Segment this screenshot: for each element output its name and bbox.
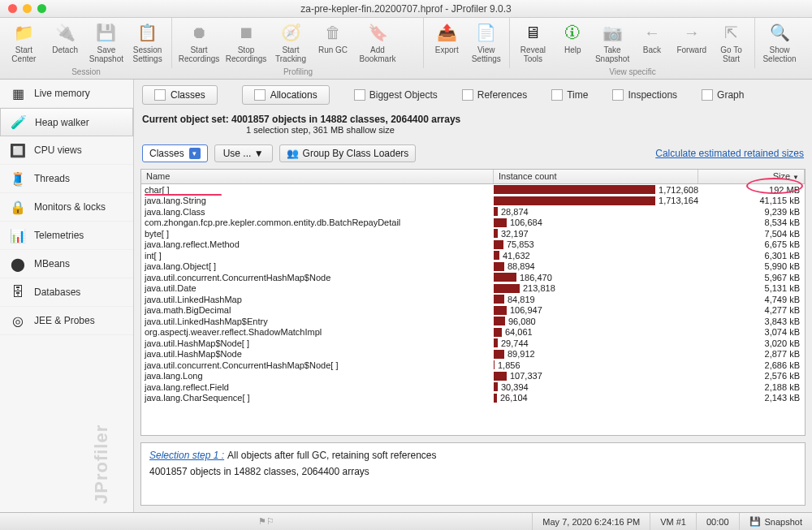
cell-name: java.util.concurrent.ConcurrentHashMap$N… xyxy=(141,360,494,370)
table-row[interactable]: java.lang.CharSequence[ ]26,1042,143 kB xyxy=(141,393,805,404)
allocations-icon xyxy=(254,89,266,101)
group-label: View specific xyxy=(510,67,755,79)
forward-button[interactable]: →Forward xyxy=(672,18,711,68)
tab-allocations[interactable]: Allocations xyxy=(242,85,330,105)
table-row[interactable]: java.lang.Object[ ]88,8945,990 kB xyxy=(141,261,805,273)
tab-references[interactable]: References xyxy=(462,89,527,101)
sidebar-item-mbeans[interactable]: ⬤MBeans xyxy=(0,250,133,278)
tab-graph[interactable]: Graph xyxy=(702,89,744,101)
cell-name: java.util.Date xyxy=(141,283,494,293)
cell-name: java.lang.reflect.Method xyxy=(141,239,494,249)
table-row[interactable]: java.lang.String1,713,16441,115 kB xyxy=(141,196,805,207)
goto-start-button[interactable]: ⇱Go ToStart xyxy=(711,18,751,68)
sidebar-item-monitors-locks[interactable]: 🔒Monitors & locks xyxy=(0,193,133,222)
cell-count: 96,080 xyxy=(494,317,698,326)
table-row[interactable]: java.util.concurrent.ConcurrentHashMap$N… xyxy=(141,360,805,371)
flag-icon[interactable]: ⚑⚐ xyxy=(258,516,274,527)
sidebar-item-label: Databases xyxy=(34,287,80,298)
table-row[interactable]: int[ ]41,6326,301 kB xyxy=(141,250,805,261)
reveal-tools-button[interactable]: 🖥RevealTools xyxy=(513,18,553,68)
start-center-button[interactable]: 📁StartCenter xyxy=(3,18,45,68)
sidebar-item-cpu-views[interactable]: 🔲CPU views xyxy=(0,136,133,165)
table-row[interactable]: byte[ ]32,1977,504 kB xyxy=(141,228,805,239)
cell-size: 2,576 kB xyxy=(698,371,805,381)
table-row[interactable]: java.math.BigDecimal106,9474,277 kB xyxy=(141,305,805,317)
selection-step-link[interactable]: Selection step 1 : xyxy=(149,450,224,461)
stop-recordings-button[interactable]: ⏹StopRecordings xyxy=(222,18,270,68)
camera-icon: 📷 xyxy=(601,21,624,44)
show-selection-button[interactable]: 🔍ShowSelection xyxy=(758,18,801,68)
sidebar-item-databases[interactable]: 🗄Databases xyxy=(0,278,133,307)
table-row[interactable]: java.lang.reflect.Method75,8536,675 kB xyxy=(141,239,805,251)
cell-name: java.lang.String xyxy=(141,196,494,205)
cell-name: java.math.BigDecimal xyxy=(141,305,494,315)
table-row[interactable]: java.util.HashMap$Node[ ]29,7443,020 kB xyxy=(141,338,805,349)
table-row[interactable]: java.util.LinkedHashMap84,8194,749 kB xyxy=(141,294,805,305)
sidebar-item-live-memory[interactable]: ▦Live memory xyxy=(0,80,133,108)
cell-count: 84,819 xyxy=(494,295,698,304)
back-button[interactable]: ←Back xyxy=(632,18,672,68)
view-settings-button[interactable]: 📄ViewSettings xyxy=(467,18,507,68)
back-icon: ← xyxy=(641,21,663,44)
add-bookmark-button[interactable]: 🔖AddBookmark xyxy=(354,18,401,68)
table-row[interactable]: java.lang.Class28,8749,239 kB xyxy=(141,206,805,218)
vial-icon: 🧪 xyxy=(11,114,27,131)
sidebar-item-label: Live memory xyxy=(34,88,90,99)
sidebar-item-label: MBeans xyxy=(34,258,70,269)
use-menu-button[interactable]: Use ... ▼ xyxy=(214,144,273,162)
table-row[interactable]: java.util.Date213,8185,131 kB xyxy=(141,283,805,295)
help-button[interactable]: 🛈Help xyxy=(553,18,593,68)
view-settings-icon: 📄 xyxy=(475,21,498,44)
tab-biggest-objects[interactable]: Biggest Objects xyxy=(354,89,438,101)
session-settings-button[interactable]: 📋SessionSettings xyxy=(127,18,168,68)
table-row[interactable]: java.lang.reflect.Field30,3942,188 kB xyxy=(141,381,805,393)
content-area: Classes Allocations Biggest Objects Refe… xyxy=(134,80,812,512)
cell-name: java.util.LinkedHashMap xyxy=(141,295,494,304)
cell-size: 8,534 kB xyxy=(698,218,805,227)
cell-size: 3,020 kB xyxy=(698,338,805,348)
table-row[interactable]: java.util.concurrent.ConcurrentHashMap$N… xyxy=(141,272,805,283)
col-header-count[interactable]: Instance count xyxy=(494,170,698,183)
record-icon: ⏺ xyxy=(188,21,210,44)
cell-name: java.util.LinkedHashMap$Entry xyxy=(141,317,494,326)
cell-name: java.lang.Class xyxy=(141,207,494,217)
table-row[interactable]: char[ ]1,712,608192 MB xyxy=(141,184,805,196)
cell-count: 106,684 xyxy=(494,218,698,227)
take-snapshot-button[interactable]: 📷TakeSnapshot xyxy=(593,18,633,68)
run-gc-button[interactable]: 🗑Run GC xyxy=(312,18,354,68)
class-mode-select[interactable]: Classes▾ xyxy=(142,144,208,162)
sidebar-item-threads[interactable]: 🧵Threads xyxy=(0,165,133,193)
tab-inspections[interactable]: Inspections xyxy=(612,89,677,101)
detach-button[interactable]: 🔌Detach xyxy=(45,18,86,68)
window-title: za-pre-kepler-fin.20200707.hprof - JProf… xyxy=(0,3,812,15)
sidebar-item-heap-walker[interactable]: 🧪Heap walker xyxy=(0,108,133,136)
object-set-summary: Current object set: 4001857 objects in 1… xyxy=(142,114,804,125)
cell-size: 2,686 kB xyxy=(698,360,805,370)
folder-icon: 📁 xyxy=(12,21,35,44)
table-row[interactable]: org.aspectj.weaver.reflect.ShadowMatchIm… xyxy=(141,327,805,338)
cell-name: int[ ] xyxy=(141,251,494,261)
gauge-icon: 📊 xyxy=(10,227,26,243)
export-button[interactable]: 📤Export xyxy=(427,18,467,68)
sidebar-item-telemetries[interactable]: 📊Telemetries xyxy=(0,222,133,250)
start-recordings-button[interactable]: ⏺StartRecordings xyxy=(175,18,222,68)
selection-icon: 🔍 xyxy=(768,21,791,44)
save-snapshot-button[interactable]: 💾SaveSnapshot xyxy=(86,18,127,68)
calc-retained-sizes-link[interactable]: Calculate estimated retained sizes xyxy=(655,148,804,159)
table-row[interactable]: java.util.HashMap$Node89,9122,877 kB xyxy=(141,349,805,360)
table-row[interactable]: com.zhongan.fcp.pre.kepler.common.entity… xyxy=(141,218,805,229)
tab-classes[interactable]: Classes xyxy=(142,85,218,105)
selection-desc: All objects after full GC, retaining sof… xyxy=(227,450,436,461)
cell-size: 4,277 kB xyxy=(698,305,805,315)
sidebar-item-jee-probes[interactable]: ◎JEE & Probes xyxy=(0,307,133,335)
tab-time[interactable]: Time xyxy=(551,89,588,101)
db-icon: 🗄 xyxy=(10,284,26,300)
group-by-classloaders-button[interactable]: 👥Group By Class Loaders xyxy=(279,144,417,162)
start-tracking-button[interactable]: 🧭StartTracking xyxy=(270,18,312,68)
table-row[interactable]: java.lang.Long107,3372,576 kB xyxy=(141,371,805,382)
table-row[interactable]: java.util.LinkedHashMap$Entry96,0803,843… xyxy=(141,316,805,327)
col-header-name[interactable]: Name xyxy=(141,170,494,183)
bean-icon: ⬤ xyxy=(10,256,26,272)
cell-name: java.lang.CharSequence[ ] xyxy=(141,393,494,403)
cell-count: 213,818 xyxy=(494,283,698,293)
